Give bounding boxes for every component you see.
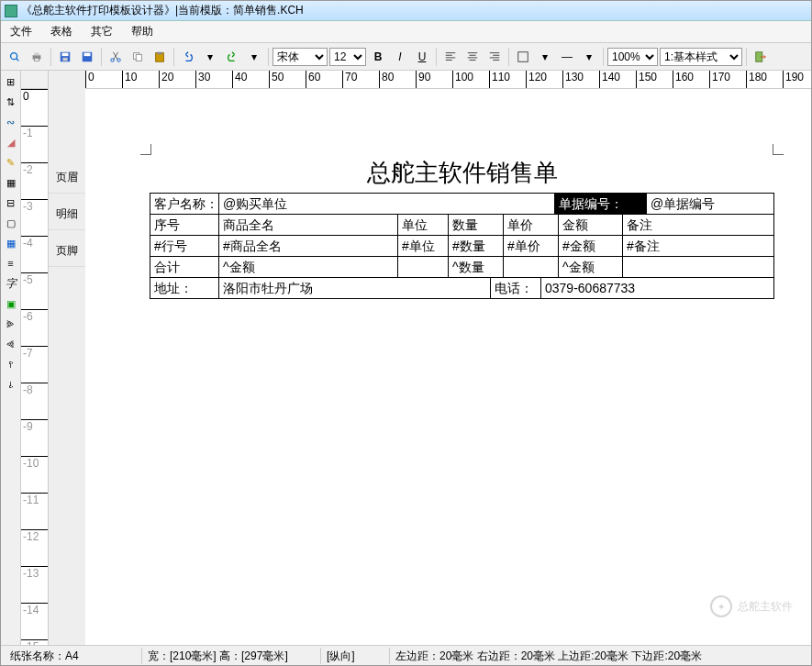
tool-text-icon[interactable]: 字 — [2, 274, 20, 293]
undo-dropdown-icon[interactable]: ▾ — [200, 47, 220, 67]
hdr-qty[interactable]: 数量 — [448, 215, 503, 235]
ruler-horizontal: 0102030405060708090100110120130140150160… — [85, 71, 811, 89]
status-orient: [纵向] — [321, 648, 390, 664]
tool-table-icon[interactable]: ▦ — [2, 234, 20, 252]
zoom-select[interactable]: 100% — [607, 48, 658, 66]
tool-grid2-icon[interactable]: ⊟ — [2, 194, 20, 212]
redo-dropdown-icon[interactable]: ▾ — [244, 47, 264, 67]
undo-icon[interactable] — [178, 47, 198, 67]
line-dropdown-icon[interactable]: ▾ — [579, 47, 599, 67]
det-unit[interactable]: #单位 — [397, 236, 448, 256]
status-paper: 纸张名称：A4 — [5, 648, 142, 664]
svg-rect-12 — [136, 54, 141, 61]
tool-rows-icon[interactable]: ≡ — [2, 254, 20, 272]
sum-empty1[interactable] — [397, 257, 448, 277]
svg-rect-8 — [84, 52, 91, 56]
det-name[interactable]: #商品全名 — [218, 236, 397, 256]
tool-image-icon[interactable]: ▣ — [2, 294, 20, 313]
align-left-icon[interactable] — [440, 47, 461, 67]
tool-cell-icon[interactable]: ▢ — [2, 214, 20, 232]
status-size: 宽：[210毫米] 高：[297毫米] — [142, 648, 321, 664]
tool-pencil-icon[interactable]: ✎ — [2, 153, 20, 172]
exit-icon[interactable] — [751, 47, 771, 67]
ruler-corner — [21, 71, 49, 89]
svg-rect-3 — [34, 58, 39, 61]
det-price[interactable]: #单价 — [503, 236, 558, 256]
svg-rect-2 — [34, 52, 39, 55]
fontsize-select[interactable]: 12 — [329, 48, 366, 66]
tool-split-v-icon[interactable]: ⫰ — [2, 375, 20, 394]
tel-value[interactable]: 0379-60687733 — [540, 278, 774, 298]
titlebar: 《总舵主软件打印模板设计器》|当前模版：简单销售.KCH — [1, 1, 811, 21]
italic-icon[interactable]: I — [390, 47, 410, 67]
menu-table[interactable]: 表格 — [47, 22, 76, 41]
cell-customer-label[interactable]: 客户名称： — [150, 194, 218, 214]
cut-icon[interactable] — [106, 47, 126, 67]
sum-amount1[interactable]: ^金额 — [218, 257, 397, 277]
sum-empty3[interactable] — [622, 257, 774, 277]
open-icon[interactable] — [77, 47, 97, 67]
addr-value[interactable]: 洛阳市牡丹广场 — [218, 278, 490, 298]
cell-billno[interactable]: @单据编号 — [646, 194, 774, 214]
tool-eraser-icon[interactable]: ◢ — [2, 133, 20, 151]
left-toolbox: ⊞ ⇅ ∾ ◢ ✎ ▦ ⊟ ▢ ▦ ≡ 字 ▣ ⫸ ⫷ ⫯ ⫰ — [1, 71, 21, 645]
font-select[interactable]: 宋体 — [273, 48, 328, 66]
det-qty[interactable]: #数量 — [448, 236, 503, 256]
menu-help[interactable]: 帮助 — [128, 22, 157, 41]
sum-qty[interactable]: ^数量 — [448, 257, 503, 277]
hdr-name[interactable]: 商品全名 — [218, 215, 397, 235]
tel-label[interactable]: 电话： — [490, 278, 540, 298]
det-note[interactable]: #备注 — [622, 236, 774, 256]
border-icon[interactable] — [513, 47, 533, 67]
tool-link-icon[interactable]: ∾ — [2, 113, 20, 131]
style-select[interactable]: 1:基本样式 — [660, 48, 742, 66]
ruler-vertical: 0-1-2-3-4-5-6-7-8-9-10-11-12-13-14-15 — [21, 89, 48, 645]
det-seq[interactable]: #行号 — [150, 236, 218, 256]
sum-label[interactable]: 合计 — [150, 257, 218, 277]
tool-sort-icon[interactable]: ⇅ — [2, 93, 20, 111]
section-labels: 页眉 明细 页脚 — [49, 71, 85, 645]
preview-icon[interactable] — [5, 47, 25, 67]
border-dropdown-icon[interactable]: ▾ — [535, 47, 555, 67]
tool-split-h-icon[interactable]: ⫷ — [2, 335, 20, 353]
print-icon[interactable] — [27, 47, 47, 67]
align-right-icon[interactable] — [484, 47, 505, 67]
paste-icon[interactable] — [150, 47, 170, 67]
bold-icon[interactable]: B — [368, 47, 388, 67]
design-canvas[interactable]: 总舵主软件销售单 客户名称： @购买单位 单据编号： @单据编号 序号 商品全名… — [85, 89, 811, 645]
template-title[interactable]: 总舵主软件销售单 — [150, 153, 774, 193]
sum-amount2[interactable]: ^金额 — [558, 257, 622, 277]
hdr-seq[interactable]: 序号 — [150, 215, 218, 235]
toolbar: ▾ ▾ 宋体 12 B I U ▾ — ▾ 100% 1:基本样式 — [1, 43, 811, 71]
cell-billno-label[interactable]: 单据编号： — [554, 194, 646, 214]
sum-empty2[interactable] — [503, 257, 558, 277]
hdr-unit[interactable]: 单位 — [397, 215, 448, 235]
menu-other[interactable]: 其它 — [87, 22, 117, 41]
underline-icon[interactable]: U — [412, 47, 432, 67]
watermark: ✦ 总舵主软件 — [710, 595, 793, 617]
section-header[interactable]: 页眉 — [49, 162, 85, 194]
hdr-price[interactable]: 单价 — [503, 215, 558, 235]
align-center-icon[interactable] — [462, 47, 483, 67]
line-style-icon[interactable]: — — [557, 47, 577, 67]
menu-file[interactable]: 文件 — [6, 22, 36, 41]
save-icon[interactable] — [55, 47, 75, 67]
menubar: 文件 表格 其它 帮助 — [1, 21, 811, 43]
template-body[interactable]: 总舵主软件销售单 客户名称： @购买单位 单据编号： @单据编号 序号 商品全名… — [150, 153, 774, 299]
watermark-icon: ✦ — [710, 595, 732, 617]
redo-icon[interactable] — [222, 47, 242, 67]
addr-label[interactable]: 地址： — [150, 278, 218, 298]
svg-rect-5 — [62, 52, 69, 56]
tool-merge-v-icon[interactable]: ⫯ — [2, 355, 20, 373]
hdr-amount[interactable]: 金额 — [558, 215, 622, 235]
section-footer[interactable]: 页脚 — [49, 236, 85, 267]
copy-icon[interactable] — [128, 47, 148, 67]
hdr-note[interactable]: 备注 — [622, 215, 774, 235]
section-detail[interactable]: 明细 — [49, 199, 85, 230]
tool-merge-h-icon[interactable]: ⫸ — [2, 315, 20, 333]
cell-buyer[interactable]: @购买单位 — [218, 194, 554, 214]
det-amount[interactable]: #金额 — [558, 236, 622, 256]
statusbar: 纸张名称：A4 宽：[210毫米] 高：[297毫米] [纵向] 左边距：20毫… — [1, 645, 811, 665]
tool-grid1-icon[interactable]: ▦ — [2, 173, 20, 192]
tool-columns-icon[interactable]: ⊞ — [2, 72, 20, 91]
